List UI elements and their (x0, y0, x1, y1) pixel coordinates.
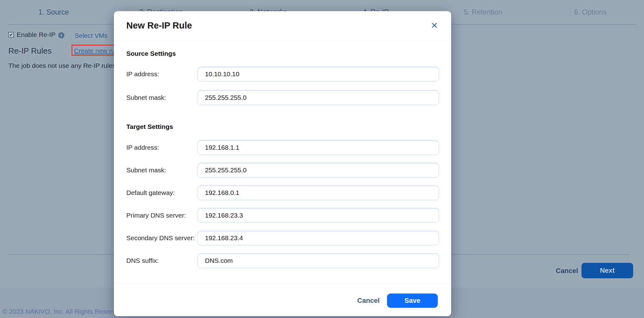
field-label: DNS suffix: (126, 257, 198, 264)
save-button[interactable]: Save (387, 294, 438, 308)
close-icon[interactable]: ✕ (429, 20, 440, 31)
form-row: DNS suffix: (126, 253, 553, 268)
header-divider (114, 40, 451, 40)
field-label: Secondary DNS server: (126, 234, 198, 242)
enable-reip-checkbox[interactable]: ✔ (8, 32, 14, 38)
target-settings-title: Target Settings (126, 123, 173, 130)
field-label: Primary DNS server: (126, 212, 198, 219)
primary-dns-input[interactable] (198, 208, 439, 223)
target-subnet-input[interactable] (198, 163, 439, 178)
step-source[interactable]: 1. Source (0, 8, 107, 17)
form-row: Primary DNS server: (126, 208, 553, 223)
select-vms-link[interactable]: Select VMs (75, 32, 107, 39)
dialog-title: New Re-IP Rule (126, 20, 192, 31)
info-icon[interactable]: i (58, 32, 64, 38)
reip-rules-heading: Re-IP Rules (8, 46, 52, 56)
field-label: IP address: (126, 70, 198, 78)
step-options[interactable]: 6. Options (537, 8, 644, 17)
dialog-footer: Cancel Save (114, 294, 451, 308)
field-label: Subnet mask: (126, 166, 198, 174)
form-row: Default gateway: (126, 185, 553, 200)
form-row: Subnet mask: (126, 163, 553, 178)
copyright-text: © 2023 NAKIVO, Inc. All Rights Reserved (2, 308, 123, 315)
form-row: Secondary DNS server: (126, 231, 553, 245)
field-label: Default gateway: (126, 189, 198, 197)
enable-reip-label: Enable Re-IP (17, 31, 55, 38)
dns-suffix-input[interactable] (198, 253, 439, 268)
source-settings-title: Source Settings (126, 50, 176, 57)
field-label: IP address: (126, 144, 198, 151)
field-label: Subnet mask: (126, 94, 198, 101)
wizard-cancel-button[interactable]: Cancel (556, 267, 578, 275)
source-ip-input[interactable] (198, 67, 439, 82)
form-row: IP address: (126, 67, 553, 82)
default-gateway-input[interactable] (198, 185, 439, 200)
dialog-cancel-button[interactable]: Cancel (357, 297, 380, 305)
annotation-highlight-box (72, 45, 117, 56)
enable-reip-row: ✔ Enable Re-IP i (8, 31, 64, 38)
wizard-next-button[interactable]: Next (581, 263, 633, 278)
form-row: Subnet mask: (126, 90, 553, 105)
source-subnet-input[interactable] (198, 90, 439, 105)
no-rules-message: The job does not use any Re-IP rules. (8, 62, 117, 69)
secondary-dns-input[interactable] (198, 231, 439, 245)
form-row: IP address: (126, 140, 553, 155)
footer-divider (114, 283, 451, 283)
dialog-header: New Re-IP Rule ✕ (114, 11, 451, 40)
target-ip-input[interactable] (198, 140, 439, 155)
new-reip-rule-dialog: New Re-IP Rule ✕ Source Settings IP addr… (114, 11, 451, 316)
